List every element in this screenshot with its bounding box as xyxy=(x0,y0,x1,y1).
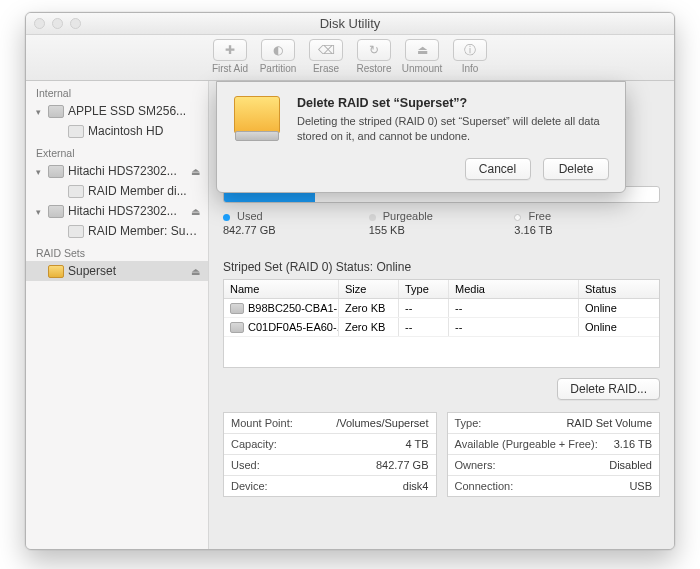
restore-icon: ↻ xyxy=(357,39,391,61)
toolbar-unmount-button[interactable]: ⏏Unmount xyxy=(398,39,446,74)
info-row: Connection:USB xyxy=(448,476,660,496)
sidebar-item-volume[interactable]: RAID Member: Sup... xyxy=(26,221,208,241)
toolbar-label: Unmount xyxy=(398,63,446,74)
sidebar-section-internal: Internal xyxy=(26,81,208,101)
eject-icon[interactable]: ⏏ xyxy=(191,206,200,217)
sidebar-item-raid-set[interactable]: Superset ⏏ xyxy=(26,261,208,281)
raid-volume-icon xyxy=(48,265,64,278)
legend-dot-free xyxy=(514,214,521,221)
info-row: Capacity:4 TB xyxy=(224,434,436,455)
toolbar-first-aid-button[interactable]: ✚First Aid xyxy=(206,39,254,74)
members-table: Name Size Type Media Status B98BC250-CBA… xyxy=(223,279,660,368)
dialog-message: Deleting the striped (RAID 0) set “Super… xyxy=(297,114,609,144)
legend-free: Free 3.16 TB xyxy=(514,210,660,236)
cell-size: Zero KB xyxy=(339,318,399,336)
info-panel-right: Type:RAID Set VolumeAvailable (Purgeable… xyxy=(447,412,661,497)
sidebar-section-raid-sets: RAID Sets xyxy=(26,241,208,261)
sidebar-item-external-disk[interactable]: ▾ Hitachi HDS72302... ⏏ xyxy=(26,201,208,221)
disk-icon xyxy=(230,303,244,314)
table-header-row: Name Size Type Media Status xyxy=(224,280,659,299)
delete-raid-button[interactable]: Delete RAID... xyxy=(557,378,660,400)
cell-name: B98BC250-CBA1-... xyxy=(248,302,339,314)
first-aid-icon: ✚ xyxy=(213,39,247,61)
toolbar-label: Partition xyxy=(254,63,302,74)
minimize-window-icon[interactable] xyxy=(52,18,63,29)
table-row[interactable]: C01DF0A5-EA60-...Zero KB----Online xyxy=(224,318,659,337)
sidebar-item-label: RAID Member: Sup... xyxy=(88,224,200,238)
info-key: Type: xyxy=(448,413,560,433)
info-row: Device:disk4 xyxy=(224,476,436,496)
sidebar-item-volume[interactable]: Macintosh HD xyxy=(26,121,208,141)
info-key: Mount Point: xyxy=(224,413,329,433)
zoom-window-icon[interactable] xyxy=(70,18,81,29)
sidebar-section-external: External xyxy=(26,141,208,161)
toolbar-label: Erase xyxy=(302,63,350,74)
eject-icon[interactable]: ⏏ xyxy=(191,166,200,177)
sidebar-item-label: Hitachi HDS72302... xyxy=(68,164,177,178)
sidebar-item-label: Macintosh HD xyxy=(88,124,163,138)
sidebar-item-label: RAID Member di... xyxy=(88,184,187,198)
toolbar-restore-button[interactable]: ↻Restore xyxy=(350,39,398,74)
raid-disk-icon xyxy=(231,96,283,148)
cell-status: Online xyxy=(579,318,659,336)
info-panel-left: Mount Point:/Volumes/SupersetCapacity:4 … xyxy=(223,412,437,497)
partition-icon: ◐ xyxy=(261,39,295,61)
col-type[interactable]: Type xyxy=(399,280,449,298)
toolbar-label: First Aid xyxy=(206,63,254,74)
window-controls xyxy=(34,18,81,29)
chevron-down-icon[interactable]: ▾ xyxy=(36,167,44,175)
window-title: Disk Utility xyxy=(320,16,381,31)
info-key: Owners: xyxy=(448,455,603,475)
external-disk-icon xyxy=(48,205,64,218)
chevron-down-icon[interactable]: ▾ xyxy=(36,107,44,115)
cancel-button[interactable]: Cancel xyxy=(465,158,531,180)
sidebar-item-label: Superset xyxy=(68,264,116,278)
cell-media: -- xyxy=(449,318,579,336)
close-window-icon[interactable] xyxy=(34,18,45,29)
info-key: Device: xyxy=(224,476,396,496)
delete-button[interactable]: Delete xyxy=(543,158,609,180)
eject-icon[interactable]: ⏏ xyxy=(191,266,200,277)
info-value: Disabled xyxy=(602,455,659,475)
internal-disk-icon xyxy=(48,105,64,118)
cell-type: -- xyxy=(399,299,449,317)
col-name[interactable]: Name xyxy=(224,280,339,298)
volume-icon xyxy=(68,225,84,238)
info-value: 4 TB xyxy=(398,434,435,454)
info-row: Available (Purgeable + Free):3.16 TB xyxy=(448,434,660,455)
cell-type: -- xyxy=(399,318,449,336)
toolbar-label: Info xyxy=(446,63,494,74)
table-row[interactable]: B98BC250-CBA1-...Zero KB----Online xyxy=(224,299,659,318)
sidebar-item-external-disk[interactable]: ▾ Hitachi HDS72302... ⏏ xyxy=(26,161,208,181)
volume-icon xyxy=(68,125,84,138)
col-status[interactable]: Status xyxy=(579,280,659,298)
cell-media: -- xyxy=(449,299,579,317)
volume-icon xyxy=(68,185,84,198)
cell-size: Zero KB xyxy=(339,299,399,317)
info-row: Owners:Disabled xyxy=(448,455,660,476)
sidebar-item-internal-disk[interactable]: ▾ APPLE SSD SM256... xyxy=(26,101,208,121)
titlebar[interactable]: Disk Utility xyxy=(26,13,674,35)
sidebar-item-volume[interactable]: RAID Member di... xyxy=(26,181,208,201)
toolbar-partition-button[interactable]: ◐Partition xyxy=(254,39,302,74)
info-key: Used: xyxy=(224,455,369,475)
chevron-down-icon[interactable]: ▾ xyxy=(36,207,44,215)
erase-icon: ⌫ xyxy=(309,39,343,61)
toolbar-label: Restore xyxy=(350,63,398,74)
info-row: Type:RAID Set Volume xyxy=(448,413,660,434)
cell-status: Online xyxy=(579,299,659,317)
toolbar-info-button[interactable]: ⓘInfo xyxy=(446,39,494,74)
legend-purgeable: Purgeable 155 KB xyxy=(369,210,515,236)
raid-status-line: Striped Set (RAID 0) Status: Online xyxy=(223,260,660,274)
unmount-icon: ⏏ xyxy=(405,39,439,61)
info-key: Available (Purgeable + Free): xyxy=(448,434,607,454)
info-value: disk4 xyxy=(396,476,436,496)
col-media[interactable]: Media xyxy=(449,280,579,298)
toolbar-erase-button[interactable]: ⌫Erase xyxy=(302,39,350,74)
legend-used: Used 842.77 GB xyxy=(223,210,369,236)
disk-icon xyxy=(230,322,244,333)
col-size[interactable]: Size xyxy=(339,280,399,298)
info-key: Capacity: xyxy=(224,434,398,454)
disk-utility-window: Disk Utility ✚First Aid◐Partition⌫Erase↻… xyxy=(25,12,675,550)
sidebar-item-label: APPLE SSD SM256... xyxy=(68,104,186,118)
